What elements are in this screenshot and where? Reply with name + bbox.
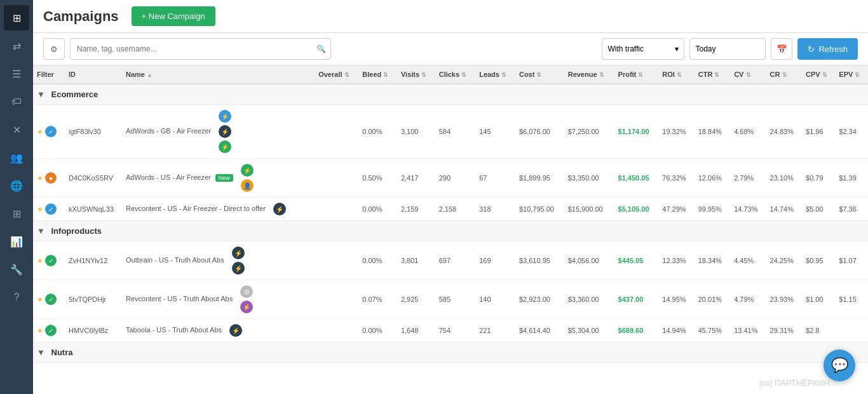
col-profit[interactable]: Profit ⇅ xyxy=(614,65,659,84)
cell-overall xyxy=(315,280,358,319)
filter-bar: ⚙ 🔍 With traffic ▾ Today 📅 ↻ Refresh xyxy=(33,33,868,65)
cell-profit: $5,105.00 xyxy=(614,198,659,221)
star-icon: ★ xyxy=(37,174,43,182)
col-id[interactable]: ID xyxy=(65,65,122,84)
sidebar-icon-reports[interactable]: ☰ xyxy=(4,61,29,86)
collapse-nutra-icon[interactable]: ▼ xyxy=(37,348,45,357)
sidebar-icon-help[interactable]: ? xyxy=(4,285,29,310)
table-row: ★ ✓ igtF83lv30 AdWords - GB - Air Freeze… xyxy=(33,105,868,159)
cell-cv: 14.73% xyxy=(730,198,766,221)
table-row: ★ ✓ HMVC6fylBz Taboola - US - Truth Abou… xyxy=(33,319,868,343)
calendar-button[interactable]: 📅 xyxy=(771,38,792,60)
cell-star[interactable]: ★ ✓ xyxy=(33,105,65,159)
col-visits[interactable]: Visits ⇅ xyxy=(397,65,435,84)
cell-epv: $1.07 xyxy=(835,241,868,280)
cell-cost: $1,899.95 xyxy=(515,159,564,198)
search-icon: 🔍 xyxy=(316,44,326,53)
col-revenue[interactable]: Revenue ⇅ xyxy=(564,65,614,84)
refresh-button[interactable]: ↻ Refresh xyxy=(797,38,858,60)
sidebar-icon-analytics[interactable]: ⇄ xyxy=(4,33,29,58)
cell-clicks: 754 xyxy=(435,319,475,343)
col-overall[interactable]: Overall ⇅ xyxy=(315,65,358,84)
cell-name[interactable]: AdWords - US - Air Freezer New ⚡ 👤 xyxy=(122,159,315,198)
col-cv[interactable]: CV ⇅ xyxy=(730,65,766,84)
table-area: Filter ID Name ▲ Overall ⇅ Bleed ⇅ Visit… xyxy=(33,65,868,394)
cell-star[interactable]: ★ ✓ xyxy=(33,241,65,280)
col-ctr[interactable]: CTR ⇅ xyxy=(695,65,730,84)
table-row: ★ ✓ kXUSWNqL33 Revcontent - US - Air Fre… xyxy=(33,198,868,221)
table-row: ★ ✓ ZvH1NYiv12 Outbrain - US - Truth Abo… xyxy=(33,241,868,280)
cell-roi: 14.94% xyxy=(658,319,694,343)
sidebar-icon-groups[interactable]: ⊞ xyxy=(4,201,29,226)
group-ecommerce-label: Ecommerce xyxy=(51,90,98,99)
cell-cv: 4.68% xyxy=(730,105,766,159)
collapse-ecommerce-icon[interactable]: ▼ xyxy=(37,90,45,99)
cell-cost: $6,076.00 xyxy=(515,105,564,159)
col-roi[interactable]: ROI ⇅ xyxy=(658,65,694,84)
cell-star[interactable]: ★ ● xyxy=(33,159,65,198)
cell-name[interactable]: AdWords - GB - Air Freezer ⚡ ⚡ ⚡ xyxy=(122,105,315,159)
cell-name[interactable]: Outbrain - US - Truth About Abs ⚡ ⚡ xyxy=(122,241,315,280)
cell-cv: 13.41% xyxy=(730,319,766,343)
cell-star[interactable]: ★ ✓ xyxy=(33,280,65,319)
col-filter[interactable]: Filter xyxy=(33,65,65,84)
cell-visits: 2,417 xyxy=(397,159,435,198)
sidebar-icon-integrations[interactable]: ✕ xyxy=(4,117,29,142)
col-epv[interactable]: EPV ⇅ xyxy=(835,65,868,84)
collapse-infoproducts-icon[interactable]: ▼ xyxy=(37,226,45,236)
filter-settings-button[interactable]: ⚙ xyxy=(43,38,65,60)
cell-bleed: 0.00% xyxy=(358,105,397,159)
sidebar-icon-tools[interactable]: 🔧 xyxy=(4,257,29,282)
col-cpv[interactable]: CPV ⇅ xyxy=(802,65,835,84)
cell-cost: $10,795.00 xyxy=(515,198,564,221)
sidebar-icon-tags[interactable]: 🏷 xyxy=(4,89,29,114)
cell-epv: $1.39 xyxy=(835,159,868,198)
sidebar-icon-users[interactable]: 👥 xyxy=(4,145,29,170)
cell-cr: 24.25% xyxy=(766,241,802,280)
cell-cr: 23.10% xyxy=(766,159,802,198)
campaign-icon: ⚙ xyxy=(240,285,253,298)
cell-star[interactable]: ★ ✓ xyxy=(33,319,65,343)
cell-cpv: $2.8 xyxy=(802,319,835,343)
col-cost[interactable]: Cost ⇅ xyxy=(515,65,564,84)
cell-star[interactable]: ★ ✓ xyxy=(33,198,65,221)
sidebar-icon-dashboard[interactable]: ⊞ xyxy=(4,5,29,31)
new-campaign-button[interactable]: + New Campaign xyxy=(132,6,215,26)
verified-badge: ✓ xyxy=(45,203,57,215)
sidebar-icon-chart[interactable]: 📊 xyxy=(4,229,29,254)
col-bleed[interactable]: Bleed ⇅ xyxy=(358,65,397,84)
traffic-select[interactable]: With traffic ▾ xyxy=(602,38,684,60)
date-select[interactable]: Today xyxy=(689,38,766,60)
cell-cpv: $1.00 xyxy=(802,280,835,319)
col-clicks[interactable]: Clicks ⇅ xyxy=(435,65,475,84)
cell-epv: $2.34 xyxy=(835,105,868,159)
cell-name[interactable]: Revcontent - US - Truth About Abs ⚙ ⚡ xyxy=(122,280,315,319)
sidebar-icon-globe[interactable]: 🌐 xyxy=(4,173,29,198)
cell-clicks: 697 xyxy=(435,241,475,280)
cell-name[interactable]: Taboola - US - Truth About Abs ⚡ xyxy=(122,319,315,343)
cell-cv: 2.79% xyxy=(730,159,766,198)
cell-clicks: 2,158 xyxy=(435,198,475,221)
cell-cpv: $1.96 xyxy=(802,105,835,159)
cell-leads: 169 xyxy=(475,241,515,280)
cell-visits: 2,925 xyxy=(397,280,435,319)
cell-cr: 29.31% xyxy=(766,319,802,343)
search-input[interactable] xyxy=(70,38,331,60)
table-body: ▼ Ecommerce ★ ✓ igtF83lv30 AdWords - GB … xyxy=(33,84,868,363)
cell-cost: $3,610.95 xyxy=(515,241,564,280)
group-infoproducts-label: Infoproducts xyxy=(51,226,102,236)
cell-overall xyxy=(315,198,358,221)
chat-button[interactable]: 💬 xyxy=(824,350,855,381)
group-nutra: ▼ Nutra xyxy=(33,343,868,363)
cell-ctr: 20.01% xyxy=(695,280,730,319)
cell-leads: 318 xyxy=(475,198,515,221)
col-leads[interactable]: Leads ⇅ xyxy=(475,65,515,84)
main-content: Campaigns + New Campaign ⚙ 🔍 With traffi… xyxy=(33,0,868,394)
cell-name[interactable]: Revcontent - US - Air Freezer - Direct t… xyxy=(122,198,315,221)
refresh-icon: ↻ xyxy=(808,44,815,54)
col-cr[interactable]: CR ⇅ xyxy=(766,65,802,84)
cell-ctr: 18.34% xyxy=(695,241,730,280)
col-name[interactable]: Name ▲ xyxy=(122,65,315,84)
cell-leads: 221 xyxy=(475,319,515,343)
cell-id: D4C0KoS5RV xyxy=(65,159,122,198)
